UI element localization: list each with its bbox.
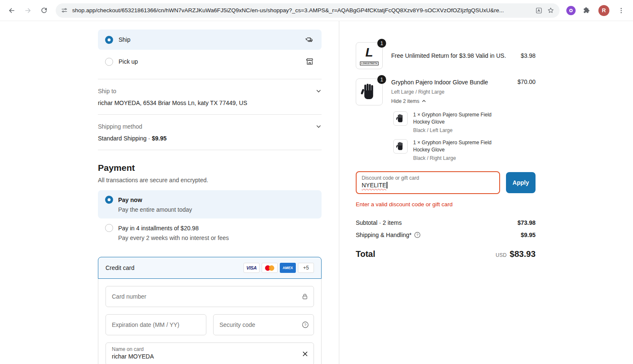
sub-item-variant: Black / Left Large [413,127,500,133]
installments-label: Pay in 4 installments of $20.98 [118,225,199,232]
item-variant: Left Large / Right Large [391,89,509,95]
forward-button[interactable] [20,3,35,18]
menu-dots-icon[interactable] [614,3,629,18]
site-info-icon[interactable] [61,7,68,14]
discount-section: Discount code or gift card NYELITE Apply [356,171,536,194]
credit-card-header[interactable]: Credit card VISA AMEX +5 [98,257,322,279]
profile-avatar[interactable]: R [598,5,609,16]
help-icon[interactable]: ? [414,232,421,238]
card-number-input[interactable] [106,286,314,307]
subtotal-value: $73.98 [517,219,536,226]
mastercard-badge [262,263,278,273]
order-item-return: L LONGSTRETH 1 Free Unlimited Return for… [356,42,536,69]
shipping-method-value: Standard Shipping ·$9.95 [98,135,322,142]
total-section: Total USD $83.93 [356,249,536,259]
hide-items-label: Hide 2 items [391,98,419,104]
bundle-sub-item: 1 × Gryphon Pajero Supreme Field Hockey … [393,139,536,161]
reload-button[interactable] [36,3,51,18]
order-item-glove-bundle: 1 Gryphon Pajero Indoor Glove Bundle Lef… [356,78,536,105]
discount-error: Enter a valid discount code or gift card [356,201,536,208]
sub-item-variant: Black / Right Large [413,155,500,161]
order-summary-pane: L LONGSTRETH 1 Free Unlimited Return for… [339,21,633,364]
installments-radio[interactable] [105,224,113,232]
pay-now-label: Pay now [118,197,142,203]
shipping-handling-label: Shipping & Handling* [356,232,411,238]
amex-badge: AMEX [280,263,296,273]
delivery-option-ship[interactable]: Ship [98,30,322,50]
product-image-glove: 1 [356,78,383,105]
discount-input[interactable]: Discount code or gift card NYELITE [356,171,500,194]
url-text: shop.app/checkout/65321861366/cn/hWN7vAR… [72,7,531,13]
checkout-page: Ship Pick up [0,21,633,364]
pickup-radio[interactable] [105,58,113,66]
installments-sub: Pay every 2 weeks with no interest or fe… [118,235,314,241]
longstreth-logo: L LONGSTRETH [360,46,379,65]
divider [98,114,322,115]
sub-item-title: 1 × Gryphon Pajero Supreme Field Hockey … [413,111,500,126]
item-price: $70.00 [517,78,536,85]
total-value: $83.93 [510,249,536,259]
pay-now-option[interactable]: Pay now Pay the entire amount today [98,190,322,218]
item-title: Free Unlimited Return for $3.98 Valid in… [391,52,512,60]
more-cards-badge: +5 [298,263,314,273]
extensions-puzzle-icon[interactable] [579,3,594,18]
name-on-card-field[interactable]: Name on card richar MOYEDA [106,342,314,364]
extension-icon[interactable] [566,6,576,15]
name-on-card-label: Name on card [112,346,298,352]
installments-option[interactable]: Pay in 4 installments of $20.98 Pay ever… [98,218,322,247]
divider [98,79,322,79]
discount-input-label: Discount code or gift card [362,175,494,181]
text-cursor [387,182,387,189]
credit-card-body: ? Name on card richar MOYEDA [98,279,322,364]
glove-image [359,81,380,102]
ship-to-label: Ship to [98,88,116,94]
discount-input-value: NYELITE [362,182,386,189]
apply-button[interactable]: Apply [506,172,536,193]
visa-badge: VISA [243,263,260,273]
bookmark-star-icon[interactable] [547,7,555,14]
item-title: Gryphon Pajero Indoor Glove Bundle [391,78,509,86]
pickup-label: Pick up [119,58,138,65]
card-brand-badges: VISA AMEX +5 [243,263,314,273]
name-on-card-value: richar MOYEDA [112,353,298,360]
shipping-method-name: Standard Shipping · [98,135,150,142]
clear-icon[interactable] [302,351,308,357]
lock-icon [301,293,309,301]
address-bar[interactable]: shop.app/checkout/65321861366/cn/hWN7vAR… [56,3,560,18]
ship-to-section[interactable]: Ship to [98,88,322,94]
subtotal-label: Subtotal · 2 items [356,219,402,226]
checkout-form-pane: Ship Pick up [0,21,339,364]
sub-product-image [393,139,408,154]
expiration-input[interactable] [106,314,206,335]
sub-product-image [393,111,408,126]
total-label: Total [356,249,375,259]
shipping-method-section[interactable]: Shipping method [98,123,322,130]
shipping-value: $9.95 [521,232,536,238]
chevron-down-icon[interactable] [316,88,322,94]
quantity-badge: 1 [377,39,386,48]
shipping-truck-icon [305,35,314,45]
security-code-input[interactable] [213,314,314,335]
totals-section: Subtotal · 2 items $73.98 Shipping & Han… [356,219,536,238]
ship-radio[interactable] [105,36,113,44]
svg-text:?: ? [304,323,306,327]
credit-card-label: Credit card [106,264,134,271]
translate-icon[interactable] [535,7,543,14]
ship-to-address: richar MOYEDA, 6534 Briar Moss Ln, katy … [98,100,322,106]
browser-toolbar: shop.app/checkout/65321861366/cn/hWN7vAR… [0,0,633,21]
shipping-method-label: Shipping method [98,123,142,130]
shipping-method-price: $9.95 [152,135,167,142]
ship-label: Ship [119,36,130,43]
bundle-sub-item: 1 × Gryphon Pajero Supreme Field Hockey … [393,111,536,133]
delivery-option-pickup[interactable]: Pick up [98,52,322,71]
divider [98,150,322,150]
pay-now-sub: Pay the entire amount today [118,206,314,213]
back-button[interactable] [4,3,19,18]
hide-items-toggle[interactable]: Hide 2 items [391,98,426,104]
pay-now-radio[interactable] [105,196,113,204]
currency-code: USD [496,252,507,258]
help-icon[interactable]: ? [302,321,309,329]
chevron-down-icon[interactable] [316,124,322,129]
item-price: $3.98 [521,52,536,59]
sub-item-title: 1 × Gryphon Pajero Supreme Field Hockey … [413,139,500,154]
